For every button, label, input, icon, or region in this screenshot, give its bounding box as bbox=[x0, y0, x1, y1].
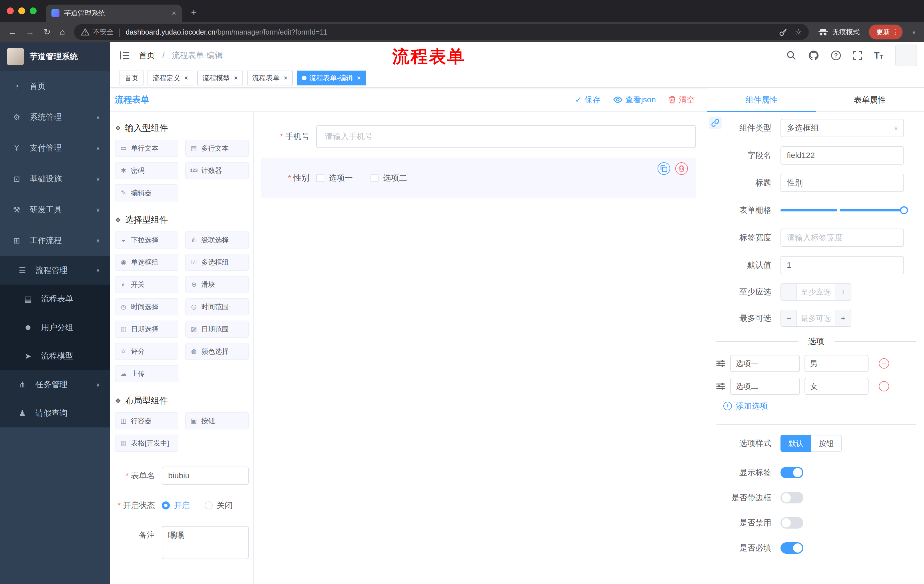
palette-item-cascader[interactable]: ⋔级联选择 bbox=[185, 232, 249, 248]
clear-button[interactable]: 清空 bbox=[668, 94, 695, 105]
drag-handle-icon[interactable] bbox=[716, 360, 725, 367]
bookmark-star-icon[interactable]: ☆ bbox=[795, 28, 802, 37]
tag-process-model[interactable]: 流程模型 × bbox=[197, 71, 243, 86]
tab-form-props[interactable]: 表单属性 bbox=[816, 88, 924, 112]
profile-chevron-icon[interactable]: ∨ bbox=[912, 29, 916, 35]
style-default-button[interactable]: 默认 bbox=[780, 435, 811, 452]
palette-item-switch[interactable]: ◐开关 bbox=[115, 276, 178, 293]
radio-open[interactable]: 开启 bbox=[162, 496, 190, 515]
checkbox-option-two[interactable]: 选项二 bbox=[371, 173, 407, 183]
sidebar-item-leave-query[interactable]: ♟ 请假查询 bbox=[0, 399, 111, 428]
form-remark-input[interactable]: 嘿嘿 bbox=[162, 526, 249, 559]
forward-icon[interactable]: → bbox=[26, 28, 34, 36]
widget-phone[interactable]: 手机号 bbox=[261, 120, 696, 153]
sidebar-item-user-group[interactable]: ☻ 用户分组 bbox=[0, 313, 111, 342]
sidebar-item-workflow[interactable]: ⊞ 工作流程 ∧ bbox=[0, 225, 111, 256]
add-option-button[interactable]: + 添加选项 bbox=[723, 401, 916, 411]
palette-item-date-picker[interactable]: ▥日期选择 bbox=[115, 321, 178, 338]
grid-slider[interactable] bbox=[780, 201, 904, 219]
palette-item-button[interactable]: ▣按钮 bbox=[185, 412, 249, 429]
reload-icon[interactable]: ↻ bbox=[43, 28, 51, 36]
address-bar[interactable]: 不安全 | dashboard.yudao.iocoder.cn /bpm/ma… bbox=[74, 24, 809, 40]
palette-item-row-container[interactable]: ◫行容器 bbox=[115, 412, 178, 429]
required-toggle[interactable] bbox=[780, 542, 804, 554]
palette-item-multi-line[interactable]: ▤多行文本 bbox=[185, 140, 249, 157]
palette-item-slider[interactable]: ⊖滑块 bbox=[185, 276, 249, 293]
minimize-window-button[interactable] bbox=[18, 7, 25, 14]
browser-tab[interactable]: 芋道管理系统 × bbox=[46, 5, 182, 22]
tab-close-icon[interactable]: × bbox=[172, 9, 176, 18]
option-value-input[interactable] bbox=[805, 355, 868, 372]
show-label-toggle[interactable] bbox=[780, 467, 804, 478]
style-button-button[interactable]: 按钮 bbox=[811, 435, 842, 452]
tag-process-definition[interactable]: 流程定义 × bbox=[147, 71, 193, 86]
form-canvas[interactable]: 手机号 bbox=[254, 112, 707, 584]
view-json-button[interactable]: 查看json bbox=[613, 94, 656, 105]
tag-home[interactable]: 首页 bbox=[119, 71, 144, 86]
sidebar-logo[interactable]: 芋道管理系统 bbox=[0, 42, 111, 71]
key-icon[interactable] bbox=[779, 28, 788, 36]
border-toggle[interactable] bbox=[780, 492, 804, 503]
option-value-input[interactable] bbox=[805, 378, 868, 395]
radio-closed[interactable]: 关闭 bbox=[205, 496, 233, 515]
hamburger-icon[interactable] bbox=[111, 51, 139, 60]
palette-item-date-range[interactable]: ▨日期范围 bbox=[185, 321, 249, 338]
maximize-window-button[interactable] bbox=[30, 7, 36, 14]
help-icon[interactable]: ? bbox=[831, 51, 841, 60]
palette-item-color-picker[interactable]: ◍颜色选择 bbox=[185, 343, 249, 360]
fullscreen-icon[interactable] bbox=[853, 51, 862, 60]
tag-process-form-edit[interactable]: 流程表单-编辑 × bbox=[297, 71, 366, 86]
tag-process-form[interactable]: 流程表单 × bbox=[247, 71, 293, 86]
option-name-input[interactable] bbox=[730, 378, 800, 395]
max-stepper-value[interactable]: 最多可选 bbox=[797, 310, 835, 326]
remove-option-icon[interactable]: − bbox=[879, 358, 889, 368]
sidebar-item-process-mgmt[interactable]: ☰ 流程管理 ∧ bbox=[0, 256, 111, 285]
increase-button[interactable]: + bbox=[835, 284, 851, 300]
sidebar-item-task-mgmt[interactable]: ⋔ 任务管理 ∨ bbox=[0, 370, 111, 399]
palette-item-checkbox-group[interactable]: ☑多选框组 bbox=[185, 254, 249, 271]
disabled-toggle[interactable] bbox=[780, 517, 804, 528]
github-icon[interactable] bbox=[808, 50, 819, 61]
palette-item-rate[interactable]: ☆评分 bbox=[115, 343, 178, 360]
sidebar-item-process-form[interactable]: ▤ 流程表单 bbox=[0, 285, 111, 313]
sidebar-item-system[interactable]: ⚙ 系统管理 ∨ bbox=[0, 102, 111, 133]
sidebar-item-devtools[interactable]: ⚒ 研发工具 ∨ bbox=[0, 194, 111, 225]
remove-option-icon[interactable]: − bbox=[879, 381, 889, 392]
slider-handle[interactable] bbox=[900, 206, 908, 214]
palette-item-select[interactable]: ◒下拉选择 bbox=[115, 232, 178, 248]
decrease-button[interactable]: − bbox=[781, 310, 797, 326]
close-icon[interactable]: × bbox=[234, 74, 238, 82]
palette-item-radio-group[interactable]: ◉单选框组 bbox=[115, 254, 178, 271]
component-type-select[interactable]: ∨ bbox=[780, 119, 904, 137]
checkbox-option-one[interactable]: 选项一 bbox=[316, 173, 353, 183]
palette-item-time-range[interactable]: ◶时间范围 bbox=[185, 298, 249, 316]
widget-gender-selected[interactable]: 性别 选项一 选项二 bbox=[261, 158, 696, 198]
sidebar-item-payment[interactable]: ¥ 支付管理 ∨ bbox=[0, 133, 111, 163]
sidebar-item-home[interactable]: ◔ 首页 bbox=[0, 71, 111, 102]
label-width-input[interactable] bbox=[780, 229, 904, 247]
close-icon[interactable]: × bbox=[184, 74, 188, 82]
default-value-input[interactable] bbox=[780, 256, 904, 274]
option-name-input[interactable] bbox=[730, 355, 800, 372]
palette-item-editor[interactable]: ✎编辑器 bbox=[115, 184, 178, 201]
increase-button[interactable]: + bbox=[835, 310, 851, 326]
min-stepper-value[interactable]: 至少应选 bbox=[797, 284, 835, 300]
phone-input[interactable] bbox=[316, 125, 696, 148]
close-window-button[interactable] bbox=[7, 7, 14, 14]
security-label[interactable]: 不安全 bbox=[93, 28, 114, 36]
search-icon[interactable] bbox=[787, 51, 796, 60]
link-icon[interactable] bbox=[709, 117, 722, 129]
close-icon[interactable]: × bbox=[284, 74, 288, 82]
palette-item-counter[interactable]: 123计数器 bbox=[185, 162, 249, 179]
palette-item-time-picker[interactable]: ◷时间选择 bbox=[115, 298, 178, 316]
drag-handle-icon[interactable] bbox=[716, 383, 725, 390]
sidebar-item-process-model[interactable]: ➤ 流程模型 bbox=[0, 342, 111, 370]
decrease-button[interactable]: − bbox=[781, 284, 797, 300]
home-icon[interactable]: ⌂ bbox=[60, 28, 65, 36]
palette-item-table[interactable]: ▦表格[开发中] bbox=[115, 434, 178, 452]
copy-widget-button[interactable] bbox=[658, 162, 670, 175]
tab-component-props[interactable]: 组件属性 bbox=[707, 88, 816, 112]
back-icon[interactable]: ← bbox=[8, 28, 16, 36]
title-input[interactable] bbox=[780, 174, 904, 192]
save-button[interactable]: ✓ 保存 bbox=[575, 94, 601, 105]
